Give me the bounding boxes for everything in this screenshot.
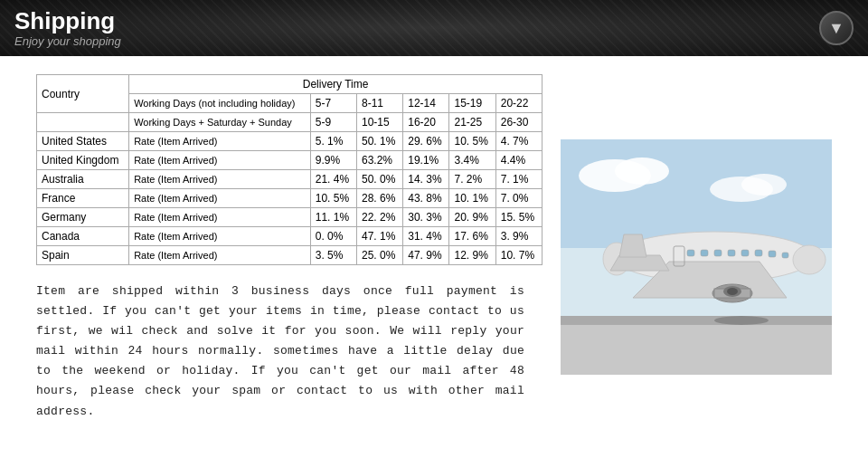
col5-cell: 10. 7% [495,246,542,265]
col1-cell: 21. 4% [310,170,356,189]
delivery-time-header: Delivery Time [129,75,542,94]
page-title: Shipping [14,9,121,33]
col4-cell: 12. 9% [449,246,495,265]
header-right: ▼ [819,11,854,45]
delivery-table: Country Delivery Time Working Days (not … [36,74,542,265]
col2-cell: 63.2% [357,151,403,170]
page-subtitle: Enjoy your shopping [14,34,121,48]
svg-rect-23 [782,253,788,258]
working-days-holiday: Working Days (not including holiday) [129,94,311,113]
col5-cell: 15. 5% [495,208,542,227]
col4-cell: 10. 1% [449,189,495,208]
table-row: Canada Rate (Item Arrived) 0. 0% 47. 1% … [37,227,542,246]
rate-type-cell: Rate (Item Arrived) [129,132,311,151]
svg-marker-15 [619,234,646,257]
table-row: United Kingdom Rate (Item Arrived) 9.9% … [37,151,542,170]
rate-type-cell: Rate (Item Arrived) [129,227,311,246]
rate-type-cell: Rate (Item Arrived) [129,208,311,227]
svg-rect-7 [561,316,832,325]
col3-cell: 14. 3% [403,170,449,189]
table-row: Australia Rate (Item Arrived) 21. 4% 50.… [37,170,542,189]
svg-rect-22 [769,251,776,257]
col1-cell: 3. 5% [310,246,356,265]
col3-cell: 29. 6% [403,132,449,151]
country-cell: Spain [37,246,129,265]
header: Shipping Enjoy your shopping ▼ [0,0,868,56]
range2-header: 8-11 [357,94,403,113]
col2-cell: 28. 6% [357,189,403,208]
col4-cell: 20. 9% [449,208,495,227]
col3-cell: 30. 3% [403,208,449,227]
range3-header: 12-14 [403,94,449,113]
range1b-header: 5-9 [310,113,356,132]
col1-cell: 11. 1% [310,208,356,227]
rate-type-cell: Rate (Item Arrived) [129,189,311,208]
table-row: United States Rate (Item Arrived) 5. 1% … [37,132,542,151]
col2-cell: 47. 1% [357,227,403,246]
col2-cell: 50. 1% [357,132,403,151]
country-cell: United States [37,132,129,151]
country-cell: United Kingdom [37,151,129,170]
svg-rect-17 [701,250,708,256]
col4-cell: 17. 6% [449,227,495,246]
shipping-description: Item are shipped within 3 business days … [36,281,524,422]
svg-rect-21 [755,250,762,256]
col5-cell: 4.4% [495,151,542,170]
col1-cell: 5. 1% [310,132,356,151]
svg-point-26 [727,288,738,295]
svg-marker-14 [610,255,669,271]
country-header: Country [37,75,129,113]
svg-rect-6 [561,320,832,375]
range5-header: 20-22 [495,94,542,113]
svg-rect-19 [728,250,735,256]
col4-cell: 7. 2% [449,170,495,189]
svg-point-5 [741,174,787,196]
airplane-image [561,74,832,440]
range4b-header: 21-25 [449,113,495,132]
col2-cell: 22. 2% [357,208,403,227]
table-row: Spain Rate (Item Arrived) 3. 5% 25. 0% 4… [37,246,542,265]
main-content: Country Delivery Time Working Days (not … [0,56,868,458]
range4-header: 15-19 [449,94,495,113]
country-cell: Australia [37,170,129,189]
country-cell: Canada [37,227,129,246]
header-left: Shipping Enjoy your shopping [14,9,121,48]
svg-rect-16 [687,250,694,256]
col1-cell: 9.9% [310,151,356,170]
col2-cell: 25. 0% [357,246,403,265]
col5-cell: 3. 9% [495,227,542,246]
col4-cell: 3.4% [449,151,495,170]
country-cell: France [37,189,129,208]
col4-cell: 10. 5% [449,132,495,151]
rate-type-cell: Rate (Item Arrived) [129,151,311,170]
svg-point-27 [714,316,769,325]
svg-point-3 [615,157,669,185]
left-section: Country Delivery Time Working Days (not … [36,74,542,440]
col3-cell: 31. 4% [403,227,449,246]
range3b-header: 16-20 [403,113,449,132]
svg-rect-20 [741,250,749,256]
chevron-down-icon: ▼ [828,19,844,38]
range5b-header: 26-30 [495,113,542,132]
col3-cell: 19.1% [403,151,449,170]
range1-header: 5-7 [310,94,356,113]
col5-cell: 7. 1% [495,170,542,189]
col5-cell: 4. 7% [495,132,542,151]
range2b-header: 10-15 [357,113,403,132]
airplane-section [561,74,832,440]
col3-cell: 43. 8% [403,189,449,208]
working-days-weekend: Working Days + Saturday + Sunday [129,113,311,132]
rate-type-cell: Rate (Item Arrived) [129,170,311,189]
col1-cell: 10. 5% [310,189,356,208]
col2-cell: 50. 0% [357,170,403,189]
col1-cell: 0. 0% [310,227,356,246]
svg-point-9 [793,245,826,274]
country-cell: Germany [37,208,129,227]
table-row: France Rate (Item Arrived) 10. 5% 28. 6%… [37,189,542,208]
col5-cell: 7. 0% [495,189,542,208]
rate-type-cell: Rate (Item Arrived) [129,246,311,265]
svg-rect-18 [714,250,722,256]
table-row: Germany Rate (Item Arrived) 11. 1% 22. 2… [37,208,542,227]
nav-down-button[interactable]: ▼ [819,11,854,45]
col3-cell: 47. 9% [403,246,449,265]
